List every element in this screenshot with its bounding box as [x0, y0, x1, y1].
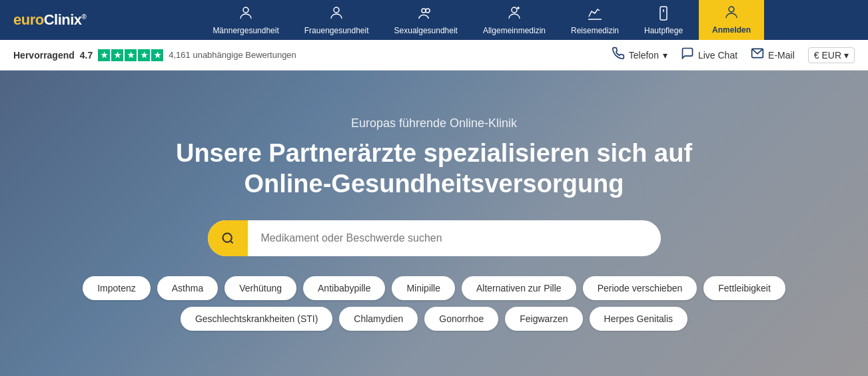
- currency-label: € EUR: [814, 50, 841, 61]
- nav-item-sexualgesundheit[interactable]: Sexualgesundheit: [385, 0, 467, 41]
- svg-point-1: [334, 7, 339, 13]
- tag-item[interactable]: Feigwarzen: [505, 307, 582, 331]
- hero-section: Europas führende Online-Klinik Unsere Pa…: [0, 71, 868, 376]
- svg-point-11: [222, 234, 231, 242]
- trust-score: 4.7: [80, 50, 93, 61]
- telefon-chevron: ▾: [663, 50, 667, 61]
- hero-subtitle: Europas führende Online-Klinik: [168, 116, 701, 130]
- tag-item[interactable]: Gonorrhoe: [424, 307, 498, 331]
- svg-point-2: [422, 9, 426, 13]
- svg-point-9: [729, 7, 734, 12]
- maenner-icon: [238, 5, 254, 25]
- tags-row: ImpotenzAsthmaVerhütungAntibabypilleMini…: [68, 276, 801, 331]
- email-icon: [751, 47, 764, 63]
- sexual-icon: [418, 5, 434, 25]
- trust-rating: Hervorragend 4.7 ★ ★ ★ ★ ★ 4,161 unabhän…: [13, 49, 612, 61]
- svg-line-12: [230, 241, 232, 244]
- logo-reg: ®: [82, 13, 87, 21]
- currency-selector[interactable]: € EUR ▾: [808, 47, 855, 63]
- tag-item[interactable]: Minipille: [392, 276, 455, 300]
- tag-item[interactable]: Asthma: [157, 276, 218, 300]
- svg-point-0: [243, 7, 248, 13]
- telefon-contact[interactable]: Telefon ▾: [612, 47, 667, 63]
- tag-item[interactable]: Antibabypille: [303, 276, 385, 300]
- search-bar: [208, 220, 661, 256]
- phone-icon: [612, 47, 625, 63]
- anmelden-icon: [723, 5, 739, 24]
- trustpilot-stars: ★ ★ ★ ★ ★: [98, 49, 163, 61]
- hero-title: Unsere Partnerärzte spezialisieren sich …: [168, 138, 701, 199]
- chat-icon: [681, 47, 694, 63]
- email-contact[interactable]: E-Mail: [751, 47, 795, 63]
- trust-bar: Hervorragend 4.7 ★ ★ ★ ★ ★ 4,161 unabhän…: [0, 40, 868, 71]
- tag-item[interactable]: Chlamydien: [339, 307, 418, 331]
- reise-icon: [587, 5, 603, 25]
- contact-bar: Telefon ▾ Live Chat E-Mail € EUR ▾: [612, 47, 855, 63]
- frauen-icon: [328, 5, 344, 25]
- nav-item-maennergesundheit[interactable]: Männergesundheit: [203, 0, 288, 41]
- allgemein-icon: [506, 5, 522, 25]
- star-4: ★: [138, 49, 150, 61]
- nav-item-reisemedizin[interactable]: Reisemedizin: [562, 0, 628, 41]
- logo-clinix: Clinix: [44, 11, 82, 28]
- currency-chevron: ▾: [844, 50, 849, 61]
- livechat-label: Live Chat: [698, 50, 737, 61]
- nav-items: Männergesundheit Frauengesundheit Sexual…: [113, 0, 855, 41]
- tag-item[interactable]: Geschlechtskrankheiten (STI): [181, 307, 332, 331]
- top-nav: euroClinix® Männergesundheit Frauengesun…: [0, 0, 868, 40]
- tag-item[interactable]: Herpes Genitalis: [590, 307, 688, 331]
- telefon-label: Telefon: [629, 50, 659, 61]
- tag-item[interactable]: Periode verschieben: [583, 276, 697, 300]
- svg-rect-7: [660, 7, 667, 20]
- nav-item-hautpflege[interactable]: Hautpflege: [635, 0, 692, 41]
- tag-item[interactable]: Fettleibigkeit: [703, 276, 785, 300]
- star-5: ★: [151, 49, 163, 61]
- haut-icon: [655, 5, 671, 25]
- nav-item-allgemeinmedizin[interactable]: Allgemeinmedizin: [474, 0, 555, 41]
- star-1: ★: [98, 49, 110, 61]
- trust-label: Hervorragend: [13, 50, 75, 61]
- hero-content: Europas führende Online-Klinik Unsere Pa…: [168, 116, 701, 276]
- logo-euro: euro: [13, 11, 44, 28]
- logo[interactable]: euroClinix®: [13, 11, 86, 29]
- nav-item-anmelden[interactable]: Anmelden: [699, 0, 764, 40]
- svg-point-4: [512, 7, 517, 13]
- star-3: ★: [125, 49, 137, 61]
- svg-point-3: [426, 9, 430, 13]
- tag-item[interactable]: Impotenz: [83, 276, 151, 300]
- livechat-contact[interactable]: Live Chat: [681, 47, 737, 63]
- tag-item[interactable]: Alternativen zur Pille: [462, 276, 576, 300]
- star-2: ★: [111, 49, 123, 61]
- search-button[interactable]: [208, 220, 248, 256]
- nav-item-frauengesundheit[interactable]: Frauengesundheit: [295, 0, 378, 41]
- tag-item[interactable]: Verhütung: [224, 276, 296, 300]
- email-label: E-Mail: [768, 50, 795, 61]
- trust-reviews: 4,161 unabhängige Bewertungen: [169, 50, 296, 60]
- search-input[interactable]: [248, 232, 661, 244]
